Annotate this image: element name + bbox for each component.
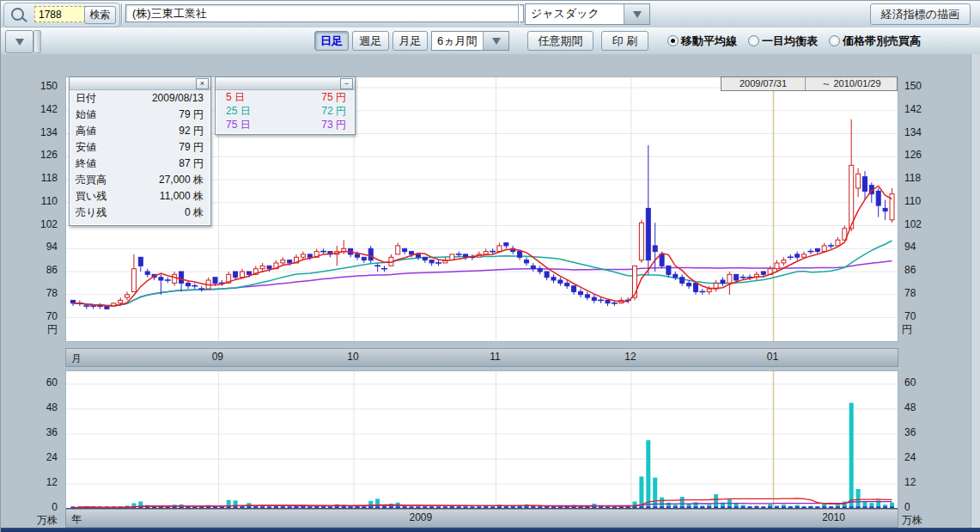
info-row: 高値92 円 (70, 123, 210, 139)
year-axis-unit: 年 (71, 512, 82, 527)
axis-tick-label: 126 (1, 149, 64, 161)
info-label: 安値 (76, 139, 96, 156)
axis-tick-label: 10 (340, 351, 366, 363)
axis-tick-label: 94 (902, 241, 953, 253)
legend-value: 72 円 (321, 104, 346, 118)
legend-label: 75 日 (226, 118, 251, 131)
overlay-radio-group: 移動平均線 一目均衡表 価格帯別売買高 (667, 30, 921, 52)
radio-selected-icon (667, 35, 679, 46)
info-label: 日付 (76, 90, 96, 107)
axis-tick-label: 134 (1, 126, 64, 138)
info-row: 売り残0 株 (70, 205, 210, 221)
info-value: 2009/08/13 (152, 90, 204, 107)
ma-legend-rows: 5 日75 円25 日72 円75 日73 円 (216, 90, 355, 131)
info-label: 終値 (76, 156, 96, 172)
legend-row: 25 日72 円 (216, 104, 355, 118)
exchange-select[interactable]: ジャスダック (525, 3, 650, 25)
axis-tick-label: 142 (902, 103, 953, 115)
axis-tick-label: 70 (902, 310, 953, 322)
axis-tick-label: 12 (902, 476, 953, 488)
legend-label: 5 日 (226, 90, 245, 104)
axis-tick-label: 118 (902, 172, 953, 184)
info-label: 始値 (76, 107, 96, 123)
close-icon[interactable]: × (196, 78, 209, 89)
tab-weekly-chart[interactable]: 週足 (352, 31, 389, 51)
axis-tick-label: 150 (902, 80, 953, 92)
exchange-dropdown-arrow-icon[interactable] (624, 4, 649, 24)
axis-tick-label: 86 (1, 264, 64, 276)
axis-tick-label: 70 (1, 310, 64, 322)
axis-tick-label: 134 (902, 126, 953, 138)
print-button[interactable]: 印 刷 (601, 31, 648, 51)
range-end-date: ～ 2010/01/29 (806, 77, 897, 90)
radio-label: 価格帯別売買高 (843, 34, 921, 49)
economic-indicator-button[interactable]: 経済指標の描画 (870, 3, 971, 25)
axis-tick-label: 0 (1, 501, 64, 513)
axis-tick-label: 0 (902, 501, 953, 513)
info-row: 始値79 円 (70, 107, 210, 123)
radio-moving-average[interactable]: 移動平均線 (667, 34, 737, 49)
ma-legend-window[interactable]: − 5 日75 円25 日72 円75 日73 円 (215, 76, 356, 135)
legend-row: 75 日73 円 (216, 118, 355, 131)
range-dropdown-arrow-icon[interactable] (483, 32, 508, 50)
quote-info-rows: 日付2009/08/13始値79 円高値92 円安値79 円終値87 円売買高2… (70, 90, 210, 221)
year-axis-bar: 年 (65, 509, 898, 528)
search-button[interactable]: 検索 (84, 6, 116, 24)
volume-chart-plot[interactable] (65, 370, 898, 511)
legend-value: 75 円 (321, 90, 346, 104)
search-group: 検索 (3, 3, 120, 28)
info-row: 終値87 円 (70, 156, 210, 172)
custom-period-button[interactable]: 任意期間 (527, 31, 593, 51)
axis-tick-label: 36 (902, 426, 953, 438)
info-row: 買い残11,000 株 (70, 188, 210, 205)
stock-name-field[interactable] (125, 4, 524, 22)
quote-info-window[interactable]: × 日付2009/08/13始値79 円高値92 円安値79 円終値87 円売買… (69, 76, 211, 226)
axis-tick-label: 110 (1, 195, 64, 207)
date-range-box: 2009/07/31 ～ 2010/01/29 (721, 76, 898, 91)
chevron-down-icon (15, 39, 24, 46)
axis-tick-label: 01 (760, 351, 786, 363)
range-start-date: 2009/07/31 (721, 77, 806, 90)
info-label: 買い残 (76, 188, 107, 205)
stock-code-input[interactable] (34, 6, 86, 22)
axis-tick-label: 09 (204, 351, 230, 363)
axis-tick-label: 11 (482, 351, 508, 363)
radio-volume-by-price[interactable]: 価格帯別売買高 (829, 34, 921, 49)
axis-tick-label: 118 (1, 172, 64, 184)
axis-tick-label: 2009 (404, 511, 438, 523)
info-value: 11,000 株 (160, 188, 204, 205)
info-value: 0 株 (185, 205, 204, 221)
info-value: 79 円 (179, 107, 204, 123)
axis-tick-label: 12 (1, 476, 64, 488)
axis-tick-label: 110 (902, 195, 953, 207)
legend-value: 73 円 (321, 118, 346, 131)
window-bottom-edge (1, 528, 980, 532)
price-unit-right: 円 (902, 322, 912, 337)
info-row: 売買高27,000 株 (70, 172, 210, 188)
axis-tick-label: 36 (1, 426, 64, 438)
axis-tick-label: 142 (1, 103, 64, 115)
axis-tick-label: 24 (1, 451, 64, 463)
info-row: 日付2009/08/13 (70, 90, 210, 107)
radio-unselected-icon (748, 35, 759, 46)
axis-tick-label: 60 (902, 376, 953, 388)
toolbar-drag-handle[interactable] (33, 30, 41, 53)
toolbar-row-2: 日足 週足 月足 6ヵ月間 任意期間 印 刷 移動平均線 一目均衡表 価格帯別売… (1, 28, 980, 55)
volume-unit-right: 万株 (902, 513, 922, 528)
dropdown-arrow-button[interactable] (5, 30, 33, 53)
radio-unselected-icon (829, 35, 840, 46)
range-select[interactable]: 6ヵ月間 (431, 31, 509, 51)
info-row: 安値79 円 (70, 139, 210, 156)
toolbar-row-1: 検索 ジャスダック 経済指標の描画 (1, 1, 980, 28)
info-value: 92 円 (179, 123, 204, 139)
minimize-icon[interactable]: − (340, 78, 353, 89)
tab-daily-chart[interactable]: 日足 (314, 31, 349, 51)
axis-tick-label: 78 (1, 287, 64, 299)
info-label: 高値 (76, 123, 96, 139)
info-window-titlebar[interactable]: × (70, 77, 210, 90)
axis-tick-label: 102 (902, 218, 953, 230)
tab-monthly-chart[interactable]: 月足 (393, 31, 428, 51)
exchange-select-value: ジャスダック (526, 4, 624, 24)
radio-ichimoku[interactable]: 一目均衡表 (748, 34, 818, 49)
legend-window-titlebar[interactable]: − (216, 77, 355, 90)
